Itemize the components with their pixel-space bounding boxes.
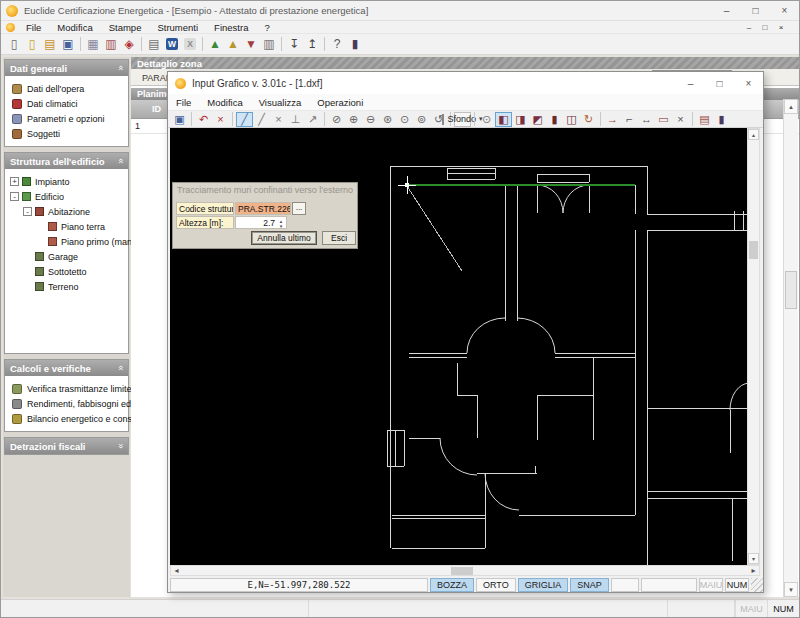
scroll-up-icon[interactable]: ▴ bbox=[748, 129, 759, 140]
exit-icon[interactable]: ▮ bbox=[346, 36, 364, 53]
new-certificate-icon[interactable]: ▯ bbox=[23, 36, 41, 53]
panel-header-dati-generali[interactable]: Dati generali« bbox=[5, 60, 128, 76]
tree-node-edificio[interactable]: -Edificio bbox=[7, 189, 126, 204]
snap-toggle[interactable]: SNAP bbox=[570, 578, 609, 592]
menu-strumenti[interactable]: Strumenti bbox=[149, 22, 206, 33]
archive-icon[interactable]: ▥ bbox=[260, 36, 278, 53]
draw-wall-icon[interactable]: ╱ bbox=[236, 112, 253, 127]
certificate-icon[interactable]: ◈ bbox=[120, 36, 138, 53]
door-icon[interactable]: ▮ bbox=[546, 112, 563, 127]
expand-chevron-icon[interactable]: « bbox=[115, 158, 125, 163]
save-icon[interactable]: ▣ bbox=[59, 36, 77, 53]
collapse-icon[interactable]: - bbox=[23, 207, 32, 216]
spinner-down-icon[interactable]: ▾ bbox=[280, 224, 283, 229]
panel-header-struttura-dell-edificio[interactable]: Struttura dell'edificio« bbox=[5, 153, 128, 169]
wall-virtual-icon[interactable]: ◩ bbox=[529, 112, 546, 127]
sidebar-item-soggetti[interactable]: Soggetti bbox=[7, 126, 126, 141]
menu-modifica[interactable]: Modifica bbox=[49, 22, 100, 33]
menu-visualizza[interactable]: Visualizza bbox=[251, 97, 310, 108]
zoom-out-icon[interactable]: ⊖ bbox=[362, 112, 379, 127]
close-icon[interactable]: × bbox=[770, 1, 799, 20]
expand-chevron-icon[interactable]: « bbox=[115, 65, 125, 70]
menu-operazioni[interactable]: Operazioni bbox=[309, 97, 371, 108]
open-icon[interactable]: ▤ bbox=[41, 36, 59, 53]
draw-line-icon[interactable]: ╱ bbox=[253, 112, 270, 127]
backup-icon[interactable]: ▦ bbox=[84, 36, 102, 53]
minimize-icon[interactable]: – bbox=[676, 72, 705, 94]
orto-toggle[interactable]: ORTO bbox=[476, 578, 516, 592]
menu-help[interactable]: ? bbox=[256, 22, 277, 33]
height-spinner[interactable]: ▴ ▾ bbox=[277, 218, 285, 229]
zoom-window-icon[interactable]: ⊙ bbox=[396, 112, 413, 127]
griglia-toggle[interactable]: GRIGLIA bbox=[518, 578, 569, 592]
wall-external-icon[interactable]: ◧ bbox=[495, 112, 512, 127]
zoom-extents-icon[interactable]: ⊛ bbox=[379, 112, 396, 127]
sidebar-item-rendimenti-fabbisogni-ed-ep[interactable]: Rendimenti, fabbisogni ed EP bbox=[7, 396, 126, 411]
undo-icon[interactable]: ↶ bbox=[195, 112, 212, 127]
download-red-icon[interactable]: ▼ bbox=[242, 36, 260, 53]
bozza-toggle[interactable]: BOZZA bbox=[430, 578, 474, 592]
scroll-up-icon[interactable]: ▴ bbox=[784, 99, 798, 114]
sidebar-item-dati-climatici[interactable]: Dati climatici bbox=[7, 96, 126, 111]
resize-grip[interactable] bbox=[751, 578, 763, 592]
save-icon[interactable]: ▣ bbox=[171, 112, 188, 127]
break-line-icon[interactable]: × bbox=[270, 112, 287, 127]
close-icon[interactable]: × bbox=[773, 23, 789, 32]
canvas-horizontal-scrollbar[interactable]: ◂ ▸ bbox=[170, 565, 760, 576]
tree-node-impianto[interactable]: +Impianto bbox=[7, 174, 126, 189]
scroll-left-icon[interactable]: ◂ bbox=[171, 566, 182, 575]
new-icon[interactable]: ▯ bbox=[5, 36, 23, 53]
sidebar-item-verifica-trasmittanze-limite[interactable]: Verifica trasmittanze limite bbox=[7, 381, 126, 396]
tree-node-piano-terra[interactable]: Piano terra bbox=[7, 219, 126, 234]
sidebar-item-parametri-e-opzioni[interactable]: Parametri e opzioni bbox=[7, 111, 126, 126]
scroll-down-icon[interactable]: ▾ bbox=[748, 553, 759, 564]
scrollbar-thumb[interactable] bbox=[785, 271, 797, 309]
tree-node-piano-primo-mansarda[interactable]: Piano primo (mansarda) bbox=[7, 234, 126, 249]
move-up-icon[interactable]: ↥ bbox=[303, 36, 321, 53]
scrollbar-thumb[interactable] bbox=[451, 567, 473, 575]
measure-icon[interactable]: ↗ bbox=[304, 112, 321, 127]
tree-node-abitazione[interactable]: -Abitazione bbox=[7, 204, 126, 219]
arrow-right-icon[interactable]: → bbox=[604, 112, 621, 127]
window-icon[interactable]: ◫ bbox=[563, 112, 580, 127]
height-input[interactable]: 2.7 ▴ ▾ bbox=[235, 216, 287, 229]
sidebar-item-dati-dell-opera[interactable]: Dati dell'opera bbox=[7, 81, 126, 96]
menu-finestra[interactable]: Finestra bbox=[206, 22, 256, 33]
excel-export-icon[interactable]: X bbox=[181, 36, 199, 53]
maximize-icon[interactable]: □ bbox=[741, 1, 770, 20]
minimize-icon[interactable]: – bbox=[712, 1, 741, 20]
refresh-icon[interactable]: ↻ bbox=[580, 112, 597, 127]
upload-yellow-icon[interactable]: ▲ bbox=[224, 36, 242, 53]
panel-header-calcoli-e-verifiche[interactable]: Calcoli e verifiche« bbox=[5, 360, 128, 376]
tree-node-terreno[interactable]: Terreno bbox=[7, 279, 126, 294]
erase-icon[interactable]: × bbox=[672, 112, 689, 127]
corner-icon[interactable]: ⌐ bbox=[621, 112, 638, 127]
annulla-ultimo-button[interactable]: Annulla ultimo bbox=[251, 231, 317, 245]
minimize-icon[interactable]: – bbox=[741, 23, 757, 32]
maximize-icon[interactable]: □ bbox=[705, 72, 734, 94]
expand-chevron-icon[interactable]: « bbox=[115, 365, 125, 370]
scroll-right-icon[interactable]: ▸ bbox=[748, 566, 759, 575]
close-icon[interactable]: × bbox=[734, 72, 763, 94]
sidebar-item-bilancio-energetico-e-consumi[interactable]: Bilancio energetico e consumi bbox=[7, 411, 126, 426]
collapse-chevron-icon[interactable]: » bbox=[115, 443, 125, 448]
delete-icon[interactable]: × bbox=[212, 112, 229, 127]
menu-file[interactable]: File bbox=[18, 22, 49, 33]
perpendicular-icon[interactable]: ⊥ bbox=[287, 112, 304, 127]
tree-node-sottotetto[interactable]: Sottotetto bbox=[7, 264, 126, 279]
move-down-icon[interactable]: ↧ bbox=[285, 36, 303, 53]
content-vertical-scrollbar[interactable]: ▴ ▾ bbox=[783, 99, 798, 597]
wall-internal-icon[interactable]: ◨ bbox=[512, 112, 529, 127]
print-icon[interactable]: ▤ bbox=[145, 36, 163, 53]
restore-icon[interactable]: ▥ bbox=[102, 36, 120, 53]
canvas-vertical-scrollbar[interactable]: ▴ ▾ bbox=[747, 128, 760, 565]
menu-stampe[interactable]: Stampe bbox=[101, 22, 150, 33]
collapse-icon[interactable]: - bbox=[10, 192, 19, 201]
help-icon[interactable]: ? bbox=[328, 36, 346, 53]
maximize-icon[interactable]: □ bbox=[757, 23, 773, 32]
stretch-icon[interactable]: ↔ bbox=[638, 112, 655, 127]
browse-button[interactable]: ... bbox=[292, 202, 306, 215]
page-icon[interactable]: ▭ bbox=[655, 112, 672, 127]
upload-green-icon[interactable]: ▲ bbox=[206, 36, 224, 53]
panel-header-detrazioni-fiscali[interactable]: Detrazioni fiscali» bbox=[5, 438, 128, 454]
